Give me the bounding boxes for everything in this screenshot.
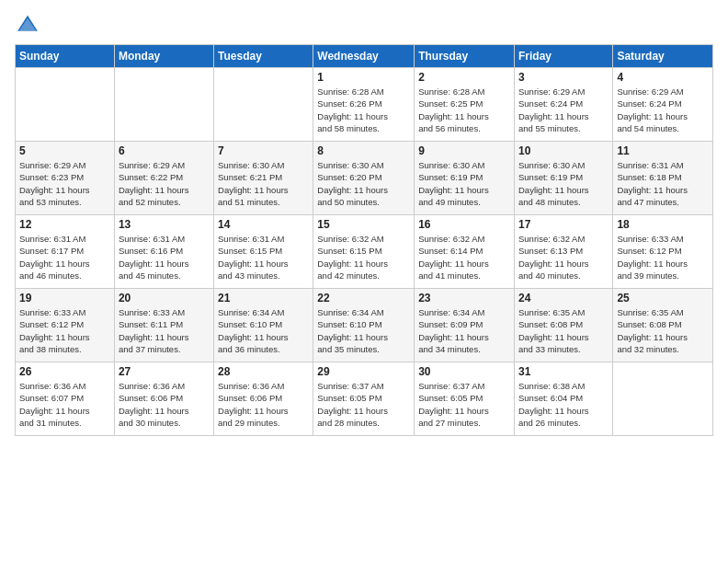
calendar-cell: 12Sunrise: 6:31 AMSunset: 6:17 PMDayligh… bbox=[16, 215, 115, 289]
day-number: 16 bbox=[418, 218, 510, 231]
day-info: Sunrise: 6:32 AMSunset: 6:14 PMDaylight:… bbox=[418, 233, 510, 282]
day-number: 7 bbox=[218, 144, 309, 157]
day-info: Sunrise: 6:29 AMSunset: 6:23 PMDaylight:… bbox=[19, 159, 110, 208]
calendar-cell: 4Sunrise: 6:29 AMSunset: 6:24 PMDaylight… bbox=[613, 68, 713, 142]
day-info: Sunrise: 6:37 AMSunset: 6:05 PMDaylight:… bbox=[317, 380, 410, 429]
page-header bbox=[15, 11, 713, 37]
svg-marker-1 bbox=[19, 18, 37, 31]
calendar-cell bbox=[114, 68, 213, 142]
day-number: 24 bbox=[518, 292, 609, 304]
day-number: 13 bbox=[119, 218, 210, 231]
day-info: Sunrise: 6:33 AMSunset: 6:12 PMDaylight:… bbox=[617, 233, 709, 282]
calendar-cell: 9Sunrise: 6:30 AMSunset: 6:19 PMDaylight… bbox=[415, 142, 515, 215]
day-info: Sunrise: 6:31 AMSunset: 6:15 PMDaylight:… bbox=[218, 233, 309, 282]
calendar-cell: 20Sunrise: 6:33 AMSunset: 6:11 PMDayligh… bbox=[114, 289, 213, 362]
weekday-header-friday: Friday bbox=[514, 45, 612, 68]
day-info: Sunrise: 6:32 AMSunset: 6:15 PMDaylight:… bbox=[317, 233, 410, 282]
calendar-cell: 8Sunrise: 6:30 AMSunset: 6:20 PMDaylight… bbox=[313, 142, 415, 215]
day-number: 8 bbox=[317, 144, 410, 157]
calendar-cell: 18Sunrise: 6:33 AMSunset: 6:12 PMDayligh… bbox=[613, 215, 713, 289]
calendar-cell: 19Sunrise: 6:33 AMSunset: 6:12 PMDayligh… bbox=[16, 289, 115, 362]
weekday-header-saturday: Saturday bbox=[613, 45, 713, 68]
calendar-cell: 26Sunrise: 6:36 AMSunset: 6:07 PMDayligh… bbox=[16, 362, 115, 436]
day-number: 10 bbox=[518, 144, 609, 157]
day-number: 31 bbox=[518, 365, 609, 378]
calendar-cell: 2Sunrise: 6:28 AMSunset: 6:25 PMDaylight… bbox=[415, 68, 515, 142]
day-info: Sunrise: 6:34 AMSunset: 6:10 PMDaylight:… bbox=[218, 306, 309, 355]
weekday-header-thursday: Thursday bbox=[415, 45, 515, 68]
calendar-cell bbox=[613, 362, 713, 436]
calendar-week-row: 19Sunrise: 6:33 AMSunset: 6:12 PMDayligh… bbox=[16, 289, 713, 362]
day-number: 9 bbox=[418, 144, 510, 157]
weekday-header-row: SundayMondayTuesdayWednesdayThursdayFrid… bbox=[16, 45, 713, 68]
day-number: 12 bbox=[19, 218, 110, 231]
day-info: Sunrise: 6:29 AMSunset: 6:24 PMDaylight:… bbox=[617, 86, 709, 134]
day-info: Sunrise: 6:33 AMSunset: 6:11 PMDaylight:… bbox=[119, 306, 210, 355]
calendar-cell: 25Sunrise: 6:35 AMSunset: 6:08 PMDayligh… bbox=[613, 289, 713, 362]
day-number: 3 bbox=[518, 71, 609, 84]
day-number: 20 bbox=[119, 292, 210, 304]
logo-icon bbox=[15, 11, 40, 37]
day-info: Sunrise: 6:36 AMSunset: 6:06 PMDaylight:… bbox=[218, 380, 309, 429]
calendar-cell bbox=[214, 68, 313, 142]
calendar-week-row: 12Sunrise: 6:31 AMSunset: 6:17 PMDayligh… bbox=[16, 215, 713, 289]
calendar-cell: 24Sunrise: 6:35 AMSunset: 6:08 PMDayligh… bbox=[514, 289, 612, 362]
day-number: 4 bbox=[617, 71, 709, 84]
calendar-cell: 23Sunrise: 6:34 AMSunset: 6:09 PMDayligh… bbox=[415, 289, 515, 362]
day-info: Sunrise: 6:37 AMSunset: 6:05 PMDaylight:… bbox=[418, 380, 510, 429]
calendar-cell bbox=[16, 68, 115, 142]
calendar-cell: 3Sunrise: 6:29 AMSunset: 6:24 PMDaylight… bbox=[514, 68, 612, 142]
day-info: Sunrise: 6:30 AMSunset: 6:20 PMDaylight:… bbox=[317, 159, 410, 208]
day-info: Sunrise: 6:36 AMSunset: 6:07 PMDaylight:… bbox=[19, 380, 110, 429]
day-info: Sunrise: 6:34 AMSunset: 6:10 PMDaylight:… bbox=[317, 306, 410, 355]
day-number: 1 bbox=[317, 71, 410, 84]
day-info: Sunrise: 6:28 AMSunset: 6:26 PMDaylight:… bbox=[317, 86, 410, 134]
day-info: Sunrise: 6:30 AMSunset: 6:19 PMDaylight:… bbox=[418, 159, 510, 208]
day-number: 14 bbox=[218, 218, 309, 231]
day-info: Sunrise: 6:30 AMSunset: 6:21 PMDaylight:… bbox=[218, 159, 309, 208]
calendar-cell: 27Sunrise: 6:36 AMSunset: 6:06 PMDayligh… bbox=[114, 362, 213, 436]
day-number: 5 bbox=[19, 144, 110, 157]
calendar-cell: 13Sunrise: 6:31 AMSunset: 6:16 PMDayligh… bbox=[114, 215, 213, 289]
day-info: Sunrise: 6:34 AMSunset: 6:09 PMDaylight:… bbox=[418, 306, 510, 355]
calendar-cell: 1Sunrise: 6:28 AMSunset: 6:26 PMDaylight… bbox=[313, 68, 415, 142]
weekday-header-tuesday: Tuesday bbox=[214, 45, 313, 68]
weekday-header-wednesday: Wednesday bbox=[313, 45, 415, 68]
day-number: 11 bbox=[617, 144, 709, 157]
calendar-cell: 31Sunrise: 6:38 AMSunset: 6:04 PMDayligh… bbox=[514, 362, 612, 436]
day-info: Sunrise: 6:31 AMSunset: 6:17 PMDaylight:… bbox=[19, 233, 110, 282]
day-info: Sunrise: 6:29 AMSunset: 6:24 PMDaylight:… bbox=[518, 86, 609, 134]
day-info: Sunrise: 6:35 AMSunset: 6:08 PMDaylight:… bbox=[617, 306, 709, 355]
day-number: 22 bbox=[317, 292, 410, 304]
calendar-cell: 7Sunrise: 6:30 AMSunset: 6:21 PMDaylight… bbox=[214, 142, 313, 215]
calendar-cell: 21Sunrise: 6:34 AMSunset: 6:10 PMDayligh… bbox=[214, 289, 313, 362]
day-number: 27 bbox=[119, 365, 210, 378]
day-info: Sunrise: 6:31 AMSunset: 6:16 PMDaylight:… bbox=[119, 233, 210, 282]
day-number: 28 bbox=[218, 365, 309, 378]
day-number: 2 bbox=[418, 71, 510, 84]
day-info: Sunrise: 6:36 AMSunset: 6:06 PMDaylight:… bbox=[119, 380, 210, 429]
day-info: Sunrise: 6:30 AMSunset: 6:19 PMDaylight:… bbox=[518, 159, 609, 208]
calendar-cell: 17Sunrise: 6:32 AMSunset: 6:13 PMDayligh… bbox=[514, 215, 612, 289]
day-info: Sunrise: 6:32 AMSunset: 6:13 PMDaylight:… bbox=[518, 233, 609, 282]
day-number: 26 bbox=[19, 365, 110, 378]
calendar-week-row: 26Sunrise: 6:36 AMSunset: 6:07 PMDayligh… bbox=[16, 362, 713, 436]
calendar-week-row: 1Sunrise: 6:28 AMSunset: 6:26 PMDaylight… bbox=[16, 68, 713, 142]
weekday-header-sunday: Sunday bbox=[16, 45, 115, 68]
logo bbox=[15, 11, 44, 37]
day-number: 30 bbox=[418, 365, 510, 378]
day-number: 23 bbox=[418, 292, 510, 304]
day-info: Sunrise: 6:28 AMSunset: 6:25 PMDaylight:… bbox=[418, 86, 510, 134]
calendar-cell: 22Sunrise: 6:34 AMSunset: 6:10 PMDayligh… bbox=[313, 289, 415, 362]
day-number: 6 bbox=[119, 144, 210, 157]
day-info: Sunrise: 6:35 AMSunset: 6:08 PMDaylight:… bbox=[518, 306, 609, 355]
calendar-cell: 14Sunrise: 6:31 AMSunset: 6:15 PMDayligh… bbox=[214, 215, 313, 289]
calendar-cell: 5Sunrise: 6:29 AMSunset: 6:23 PMDaylight… bbox=[16, 142, 115, 215]
day-number: 18 bbox=[617, 218, 709, 231]
day-info: Sunrise: 6:38 AMSunset: 6:04 PMDaylight:… bbox=[518, 380, 609, 429]
day-info: Sunrise: 6:31 AMSunset: 6:18 PMDaylight:… bbox=[617, 159, 709, 208]
day-number: 21 bbox=[218, 292, 309, 304]
calendar-cell: 16Sunrise: 6:32 AMSunset: 6:14 PMDayligh… bbox=[415, 215, 515, 289]
day-info: Sunrise: 6:33 AMSunset: 6:12 PMDaylight:… bbox=[19, 306, 110, 355]
day-info: Sunrise: 6:29 AMSunset: 6:22 PMDaylight:… bbox=[119, 159, 210, 208]
